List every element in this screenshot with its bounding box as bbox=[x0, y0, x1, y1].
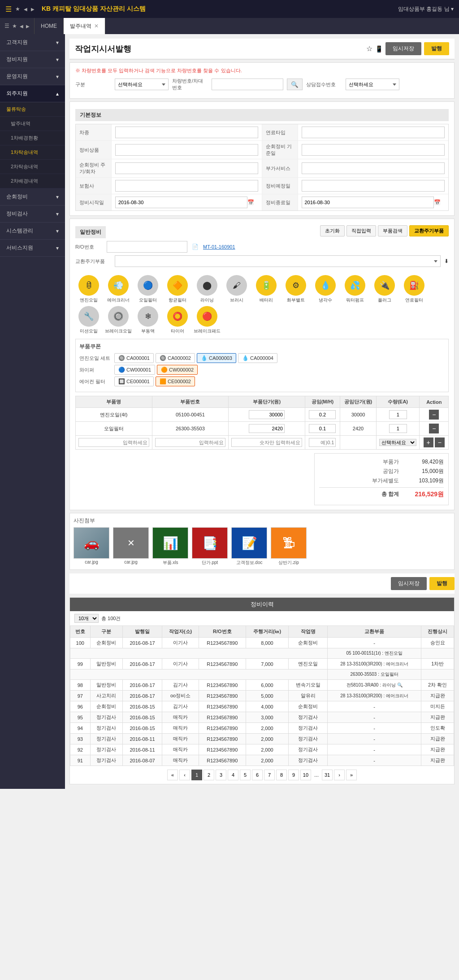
category-select[interactable]: 선택하세요 bbox=[115, 79, 169, 90]
add-row-button[interactable]: + bbox=[424, 438, 433, 447]
chip-ca000003[interactable]: 💧CA000003 bbox=[197, 353, 236, 363]
tab-dispatch[interactable]: 발주내역 ✕ bbox=[64, 18, 105, 34]
chip-cw000002[interactable]: 🟠CW000002 bbox=[157, 365, 198, 375]
input-end-date[interactable] bbox=[302, 197, 434, 208]
sidebar-item-service[interactable]: 서비스지원 ▾ bbox=[0, 240, 65, 257]
sidebar-item-dispatch-list[interactable]: 발주내역 bbox=[0, 117, 65, 131]
input-fuel-type[interactable] bbox=[302, 127, 445, 138]
input-unit-price-1[interactable] bbox=[249, 410, 285, 419]
sidebar-item-operations[interactable]: 운영지원 ▾ bbox=[0, 68, 65, 85]
part-icon-brush[interactable]: 🖌 브러시 bbox=[223, 275, 250, 303]
reset-button[interactable]: 초기화 bbox=[320, 225, 345, 236]
photo-thumb-car2[interactable]: ✕ bbox=[113, 527, 149, 559]
page-last-button[interactable]: » bbox=[346, 770, 357, 780]
photo-thumb-zip[interactable]: 🗜 bbox=[271, 527, 307, 559]
part-icon-brake-oil[interactable]: 🔘 브레이크오일 bbox=[105, 306, 132, 334]
part-icon-water-pump[interactable]: 💦 워터펌프 bbox=[342, 275, 368, 303]
part-icon-air-cleaner[interactable]: 💨 에어크리너 bbox=[105, 275, 132, 303]
input-start-date[interactable] bbox=[115, 197, 247, 208]
reception-select[interactable]: 선택하세요 bbox=[346, 79, 399, 90]
input-labor-mh-1[interactable] bbox=[309, 410, 336, 419]
new-part-number-input[interactable] bbox=[155, 438, 226, 447]
page-2-button[interactable]: 2 bbox=[204, 770, 214, 780]
page-9-button[interactable]: 9 bbox=[288, 770, 299, 780]
bookmark-icon[interactable]: ☆ bbox=[366, 44, 372, 53]
sidebar-item-external[interactable]: 외주지원 ▴ bbox=[0, 85, 65, 102]
input-insurance[interactable] bbox=[115, 180, 258, 192]
part-icon-brake-pad[interactable]: 🔴 브레이크패드 bbox=[194, 306, 221, 334]
history-per-page-select[interactable]: 10개 20개 50개 bbox=[74, 614, 99, 623]
new-part-qty-select[interactable]: 선택하세요 bbox=[379, 439, 417, 446]
input-unit-price-2[interactable] bbox=[249, 424, 285, 433]
sidebar-item-logistics-header[interactable]: 물류탁송 bbox=[0, 102, 65, 117]
exchange-dropdown-icon[interactable]: ⬇ bbox=[444, 258, 449, 264]
ro-link[interactable]: MT-01-160901 bbox=[203, 244, 235, 249]
nav-back-icon[interactable]: ◀ bbox=[20, 24, 23, 29]
remove-row-1-button[interactable]: − bbox=[429, 410, 439, 420]
page-6-button[interactable]: 6 bbox=[252, 770, 263, 780]
star-icon[interactable]: ★ bbox=[15, 6, 20, 12]
input-maintenance-product[interactable] bbox=[115, 144, 258, 156]
part-icon-plug[interactable]: 🔌 플러그 bbox=[371, 275, 398, 303]
sidebar-item-rotation[interactable]: 순회정비 ▾ bbox=[0, 188, 65, 206]
page-3-button[interactable]: 3 bbox=[216, 770, 226, 780]
part-icon-antifreeze[interactable]: ❄ 부동액 bbox=[134, 306, 161, 334]
sidebar-item-second-delivery[interactable]: 2차탁송내역 bbox=[0, 160, 65, 174]
input-rotation-cycle[interactable] bbox=[115, 162, 258, 174]
chip-ca000001[interactable]: 🔘CA000001 bbox=[114, 353, 154, 363]
part-icon-tire[interactable]: ⭕ 타이어 bbox=[164, 306, 191, 334]
chip-ce000001[interactable]: 🔲CE000001 bbox=[114, 376, 154, 386]
back-icon[interactable]: ◀ bbox=[24, 7, 27, 12]
page-7-button[interactable]: 7 bbox=[264, 770, 275, 780]
calendar-end-icon[interactable]: 📅 bbox=[434, 199, 441, 206]
sidebar-item-second-background[interactable]: 2차배경내역 bbox=[0, 174, 65, 188]
chip-ce000002[interactable]: 🟧CE000002 bbox=[156, 376, 195, 386]
page-5-button[interactable]: 5 bbox=[240, 770, 251, 780]
chip-ca000004[interactable]: 💧CA000004 bbox=[238, 353, 277, 363]
new-part-mh-input[interactable] bbox=[309, 438, 336, 447]
issue-button-bottom[interactable]: 발행 bbox=[429, 577, 455, 590]
exchange-select[interactable] bbox=[115, 255, 441, 267]
mobile-icon[interactable]: 📱 bbox=[375, 45, 383, 52]
sidebar-item-customer[interactable]: 고객지원 ▾ bbox=[0, 34, 65, 51]
menu-icon[interactable]: ☰ bbox=[5, 5, 12, 13]
page-next-button[interactable]: › bbox=[334, 770, 345, 780]
input-additional-service[interactable] bbox=[302, 162, 445, 174]
photo-thumb-ppt[interactable]: 📑 bbox=[192, 527, 228, 559]
vehicle-input[interactable] bbox=[212, 79, 283, 90]
input-labor-mh-2[interactable] bbox=[309, 424, 336, 433]
part-icon-mission-oil[interactable]: 🔧 미션오일 bbox=[75, 306, 102, 334]
photo-thumb-car1[interactable]: 🚗 bbox=[74, 527, 109, 559]
temp-save-button-top[interactable]: 임시저장 bbox=[385, 42, 421, 55]
exchange-period-button[interactable]: 교환주기부품 bbox=[409, 225, 449, 236]
forward-icon[interactable]: ▶ bbox=[31, 7, 35, 12]
tab-home[interactable]: HOME bbox=[35, 18, 64, 34]
nav-hamburger-icon[interactable]: ☰ bbox=[4, 23, 9, 29]
parts-search-button[interactable]: 부품검색 bbox=[378, 225, 407, 236]
page-31-button[interactable]: 31 bbox=[322, 770, 333, 780]
nav-star-icon[interactable]: ★ bbox=[12, 23, 17, 29]
page-8-button[interactable]: 8 bbox=[276, 770, 287, 780]
part-icon-fan-belt[interactable]: ⚙ 화부밸트 bbox=[282, 275, 309, 303]
part-icon-coolant[interactable]: 💧 냉각수 bbox=[312, 275, 339, 303]
input-rotation-base-date[interactable] bbox=[302, 144, 445, 156]
page-4-button[interactable]: 4 bbox=[228, 770, 238, 780]
input-vehicle-type[interactable] bbox=[115, 127, 258, 138]
sidebar-item-equipment[interactable]: 정비지원 ▾ bbox=[0, 51, 65, 68]
direct-input-button[interactable]: 직접입력 bbox=[346, 225, 376, 236]
photo-thumb-excel[interactable]: 📊 bbox=[152, 527, 188, 559]
part-icon-air-filter[interactable]: 🔶 항균필터 bbox=[164, 275, 191, 303]
tab-close-icon[interactable]: ✕ bbox=[94, 23, 99, 29]
new-part-name-input[interactable] bbox=[78, 438, 149, 447]
input-quantity-2[interactable] bbox=[389, 424, 407, 433]
photo-thumb-word[interactable]: 📝 bbox=[231, 527, 267, 559]
new-part-price-input[interactable] bbox=[231, 438, 302, 447]
ro-input[interactable] bbox=[107, 241, 187, 253]
part-icon-lining[interactable]: ⬤ 라이닝 bbox=[194, 275, 221, 303]
chip-cw000001[interactable]: 🔵CW000001 bbox=[114, 365, 155, 375]
sidebar-item-system[interactable]: 시스템관리 ▾ bbox=[0, 223, 65, 240]
sidebar-item-inspection[interactable]: 정비검사 ▾ bbox=[0, 206, 65, 223]
page-prev-button[interactable]: ‹ bbox=[179, 770, 190, 780]
page-first-button[interactable]: « bbox=[167, 770, 178, 780]
nav-forward-icon[interactable]: ▶ bbox=[26, 24, 30, 29]
